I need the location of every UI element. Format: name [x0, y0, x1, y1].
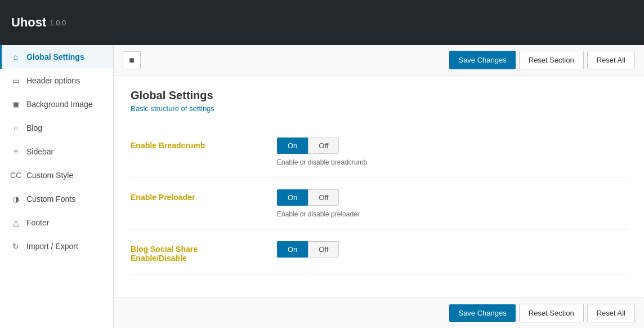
settings-container: Enable Breadcrumb On Off Enable or disab… [131, 126, 627, 274]
setting-help-enable-breadcrumb: Enable or disable breadcrumb [277, 158, 627, 166]
refresh-icon: ↻ [11, 241, 21, 251]
toggle-group-blog-social-share: On Off [277, 241, 627, 258]
sidebar: ⌂ Global Settings ▭ Header options ▣ Bac… [0, 45, 114, 328]
home-icon: ⌂ [11, 52, 21, 62]
setting-label-enable-preloader: Enable Preloader [131, 189, 254, 202]
sidebar-item-import-export[interactable]: ↻ Import / Export [0, 234, 113, 258]
settings-icon: ■ [123, 51, 141, 69]
toggle-group-enable-preloader: On Off [277, 189, 627, 206]
sidebar-item-custom-fonts[interactable]: ◑ Custom Fonts [0, 187, 113, 211]
toggle-on-blog-social-share[interactable]: On [277, 241, 308, 258]
toolbar-right: Save Changes Reset Section Reset All [449, 51, 635, 69]
bottom-toolbar: Save Changes Reset Section Reset All [114, 298, 644, 328]
monitor-icon: ▭ [11, 76, 21, 86]
page-subtitle: Basic structure of settings [131, 104, 627, 113]
version: 1.0.0 [50, 19, 66, 27]
sidebar-item-background-image[interactable]: ▣ Background Image [0, 92, 113, 116]
list-icon: ≡ [11, 147, 21, 157]
file-icon: ○ [11, 123, 21, 133]
toggle-off-enable-breadcrumb[interactable]: Off [308, 138, 339, 154]
setting-label-blog-social-share: Blog Social Share Enable/Disable [131, 241, 254, 263]
top-toolbar: ■ Save Changes Reset Section Reset All [114, 45, 644, 76]
setting-row-blog-social-share: Blog Social Share Enable/Disable On Off [131, 230, 627, 274]
main-layout: ⌂ Global Settings ▭ Header options ▣ Bac… [0, 45, 644, 328]
sidebar-item-custom-style[interactable]: CC Custom Style [0, 163, 113, 187]
topbar: Uhost 1.0.0 [0, 0, 644, 45]
sidebar-item-header-options[interactable]: ▭ Header options [0, 69, 113, 92]
setting-label-enable-breadcrumb: Enable Breadcrumb [131, 138, 254, 150]
setting-control-enable-breadcrumb: On Off Enable or disable breadcrumb [277, 138, 627, 166]
logo: Uhost [11, 15, 46, 30]
sidebar-item-label: Footer [26, 218, 49, 227]
content-area: ■ Save Changes Reset Section Reset All G… [114, 45, 644, 328]
image-icon: ▣ [11, 99, 21, 109]
cc-icon: CC [11, 170, 21, 180]
setting-row-enable-breadcrumb: Enable Breadcrumb On Off Enable or disab… [131, 126, 627, 178]
sidebar-item-label: Sidebar [26, 147, 53, 156]
toolbar-left: ■ [123, 51, 141, 69]
toggle-off-blog-social-share[interactable]: Off [308, 241, 339, 258]
setting-control-blog-social-share: On Off [277, 241, 627, 262]
reset-section-button-top[interactable]: Reset Section [519, 51, 584, 69]
toggle-on-enable-preloader[interactable]: On [277, 189, 308, 206]
reset-section-button-bottom[interactable]: Reset Section [519, 304, 584, 322]
reset-all-button-bottom[interactable]: Reset All [587, 304, 635, 322]
circle-half-icon: ◑ [11, 194, 21, 204]
sidebar-item-label: Blog [26, 123, 42, 132]
setting-control-enable-preloader: On Off Enable or disable preloader [277, 189, 627, 218]
sidebar-item-footer[interactable]: △ Footer [0, 211, 113, 234]
setting-help-enable-preloader: Enable or disable preloader [277, 210, 627, 218]
sidebar-item-global-settings[interactable]: ⌂ Global Settings [0, 45, 113, 69]
save-changes-button-bottom[interactable]: Save Changes [449, 304, 515, 322]
sidebar-item-label: Custom Fonts [26, 194, 75, 203]
arrow-up-icon: △ [11, 218, 21, 228]
sidebar-item-label: Background Image [26, 100, 93, 109]
toggle-on-enable-breadcrumb[interactable]: On [277, 138, 308, 154]
page-content: Global Settings Basic structure of setti… [114, 76, 644, 298]
save-changes-button-top[interactable]: Save Changes [449, 51, 515, 69]
sidebar-item-label: Global Settings [26, 52, 84, 61]
toggle-group-enable-breadcrumb: On Off [277, 138, 627, 154]
sidebar-item-label: Custom Style [26, 171, 73, 180]
page-title: Global Settings [131, 89, 627, 102]
sidebar-item-label: Header options [26, 76, 80, 85]
setting-row-enable-preloader: Enable Preloader On Off Enable or disabl… [131, 178, 627, 230]
sidebar-item-sidebar[interactable]: ≡ Sidebar [0, 140, 113, 163]
sidebar-item-blog[interactable]: ○ Blog [0, 116, 113, 140]
reset-all-button-top[interactable]: Reset All [587, 51, 635, 69]
toggle-off-enable-preloader[interactable]: Off [308, 189, 339, 206]
sidebar-item-label: Import / Export [26, 242, 78, 251]
